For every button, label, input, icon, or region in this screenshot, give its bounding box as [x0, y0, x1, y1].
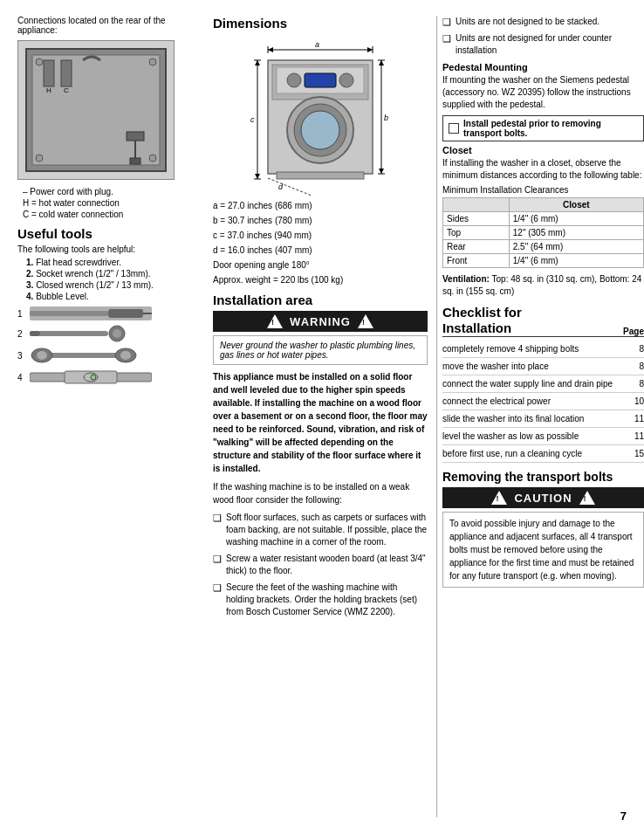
appliance-svg: H C	[22, 45, 170, 176]
svg-point-11	[36, 155, 43, 162]
closet-sides-value: 1/4" (6 mm)	[509, 212, 643, 226]
checklist-row-4-page: 11	[627, 413, 644, 424]
checklist-row-2-text: connect the water supply line and drain …	[442, 378, 627, 389]
tool-4-num: 4.	[26, 292, 33, 301]
tool-4-label: Bubble Level.	[36, 292, 89, 301]
svg-point-12	[149, 155, 156, 162]
svg-marker-43	[268, 47, 273, 52]
svg-marker-44	[367, 47, 373, 52]
checklist-row-5-page: 11	[627, 430, 644, 442]
dimensions-section: Dimensions	[213, 16, 428, 287]
svg-point-18	[113, 329, 121, 338]
tool-illustrations: 1 2	[17, 306, 201, 387]
closet-th-empty	[443, 198, 510, 212]
warning-label: WARNING	[290, 315, 351, 328]
installation-area-title: Installation area	[213, 293, 428, 307]
checklist-page-label: Page	[623, 327, 644, 336]
svg-text:a: a	[315, 40, 319, 49]
svg-rect-15	[143, 313, 152, 314]
checklist-row-2-page: 8	[627, 378, 644, 389]
caution-content: To avoid possible injury and damage to t…	[442, 512, 644, 588]
tool-item-4: 4. Bubble Level.	[26, 292, 201, 301]
tool-num-3: 3	[17, 351, 30, 361]
svg-rect-6	[127, 132, 144, 141]
warning-content: Never ground the washer to plastic plumb…	[213, 335, 428, 365]
svg-text:d: d	[278, 182, 284, 191]
svg-point-33	[301, 111, 339, 149]
tool-row-3: 3	[17, 347, 201, 364]
svg-rect-13	[30, 311, 108, 316]
dim-a: a = 27.0 inches (686 mm)	[213, 198, 428, 213]
caution-label: CAUTION	[514, 492, 572, 505]
tool-item-1: 1. Flat head screwdriver.	[26, 258, 201, 267]
install-normal-para: If the washing machine is to be installe…	[213, 480, 428, 506]
checklist-row-0-text: completely remove 4 shipping bolts	[442, 343, 627, 355]
checklist-row-6: before first use, run a cleaning cycle 1…	[442, 445, 644, 463]
tool-3-num: 3.	[26, 280, 33, 290]
connection-labels-list: – Power cord with plug. H = hot water co…	[17, 187, 201, 219]
checklist-item-1: Soft floor surfaces, such as carpets or …	[213, 512, 428, 548]
closet-front-label: Front	[443, 254, 510, 268]
tool-item-3: 3. Closed wrench (1/2" / 13 mm).	[26, 280, 201, 290]
tool-item-2: 2. Socket wrench (1/2" / 13mm).	[26, 269, 201, 279]
socket-wrench-icon	[30, 324, 152, 343]
svg-rect-37	[305, 73, 336, 87]
closet-title: Closet	[442, 145, 644, 155]
checklist-row-0-page: 8	[627, 343, 644, 355]
left-column: Connections located on the rear of the a…	[17, 16, 209, 817]
dimensions-title: Dimensions	[213, 16, 428, 31]
svg-point-36	[339, 73, 353, 87]
not-under-counter: Units are not designed for under counter…	[442, 32, 644, 57]
install-pedestal-box: Install pedestal prior to removing trans…	[442, 115, 644, 141]
closet-front-value: 1/4" (6 mm)	[509, 254, 643, 268]
svg-point-22	[37, 351, 47, 360]
closet-row-front: Front 1/4" (6 mm)	[443, 254, 644, 268]
checklist-item-2: Screw a water resistant wooden board (at…	[213, 553, 428, 577]
svg-rect-19	[30, 331, 40, 336]
warning-box: WARNING	[213, 311, 428, 332]
svg-text:c: c	[250, 115, 255, 124]
tool-row-2: 2	[17, 324, 201, 343]
pedestal-title: Pedestal Mounting	[442, 62, 644, 72]
checklist-header: Checklist forInstallation Page	[442, 305, 644, 337]
tool-2-label: Socket wrench (1/2" / 13mm).	[36, 269, 150, 279]
checklist-item-3: Secure the feet of the washing machine w…	[213, 582, 428, 618]
appliance-image: H C	[17, 40, 175, 180]
svg-point-35	[287, 73, 301, 87]
closet-top-label: Top	[443, 226, 510, 240]
warning-icon-right	[358, 314, 373, 328]
closet-row-sides: Sides 1/4" (6 mm)	[443, 212, 644, 226]
tools-list: 1. Flat head screwdriver. 2. Socket wren…	[26, 258, 201, 301]
install-box-text: Install pedestal prior to removing trans…	[463, 119, 638, 138]
caution-icon-right	[579, 491, 595, 505]
tool-1-label: Flat head screwdriver.	[36, 258, 121, 267]
closet-table-title: Minimum Installation Clearances	[442, 185, 644, 195]
checklist-row-1-page: 8	[627, 361, 644, 372]
tool-3-label: Closed wrench (1/2" / 13 mm).	[36, 280, 154, 290]
tools-intro: The following tools are helpful:	[17, 244, 201, 254]
svg-rect-38	[277, 172, 364, 179]
svg-point-9	[36, 59, 43, 65]
tool-row-4: 4	[17, 368, 201, 387]
svg-point-24	[120, 351, 131, 360]
closet-th-closet: Closet	[509, 198, 643, 212]
svg-rect-14	[108, 309, 143, 318]
svg-marker-49	[379, 60, 384, 65]
checklist-section-title: Checklist forInstallation	[442, 305, 522, 336]
svg-rect-16	[38, 331, 108, 336]
svg-point-28	[91, 375, 96, 380]
closet-rear-value: 2.5" (64 mm)	[509, 240, 643, 254]
ventilation-note: Ventilation: Top: 48 sq. in (310 sq. cm)…	[442, 273, 644, 298]
dim-values: a = 27.0 inches (686 mm) b = 30.7 inches…	[213, 198, 428, 287]
dimensions-diagram: a b c	[233, 34, 408, 191]
install-checklist: Soft floor surfaces, such as carpets or …	[213, 512, 428, 618]
bubble-level-icon	[30, 368, 152, 387]
checklist-row-6-page: 15	[627, 448, 644, 459]
checklist-row-2: connect the water supply line and drain …	[442, 375, 644, 393]
pedestal-text: If mounting the washer on the Siemens pe…	[442, 74, 644, 111]
caution-box: CAUTION	[442, 487, 644, 508]
svg-marker-55	[255, 60, 260, 65]
checklist-row-1-text: move the washer into place	[442, 361, 627, 372]
checklist-row-4: slide the washer into its final location…	[442, 410, 644, 428]
power-cord-label: – Power cord with plug.	[23, 187, 201, 196]
